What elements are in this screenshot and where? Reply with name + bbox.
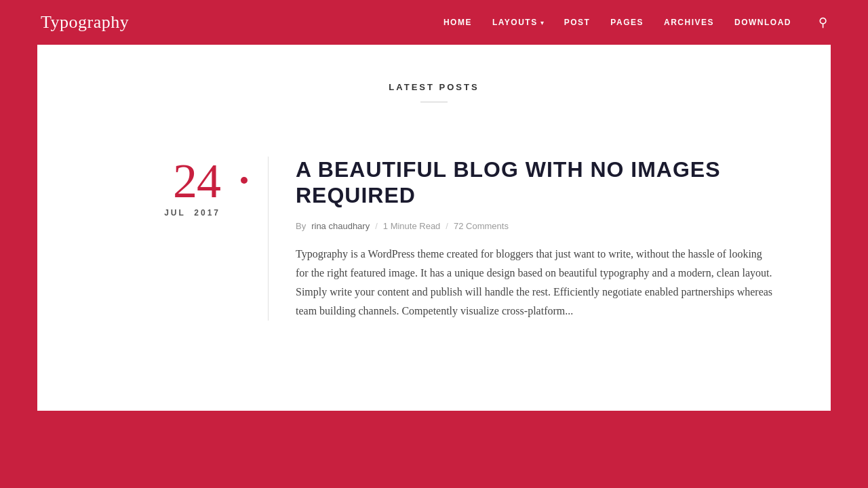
post-excerpt: Typography is a WordPress theme created … bbox=[296, 245, 776, 321]
section-divider bbox=[420, 102, 448, 102]
post-day: 24 bbox=[173, 157, 220, 205]
nav-post[interactable]: POST bbox=[564, 18, 591, 27]
post-divider-line bbox=[268, 157, 269, 321]
nav-download[interactable]: DOWNLOAD bbox=[734, 18, 791, 27]
meta-sep-2: / bbox=[446, 221, 448, 231]
post-by-label: By bbox=[296, 221, 306, 231]
site-logo[interactable]: Typography bbox=[41, 12, 129, 33]
meta-sep-1: / bbox=[375, 221, 378, 231]
main-nav: HOME LAYOUTS ▾ POST PAGES ARCHIVES DOWNL… bbox=[443, 15, 827, 30]
post-author[interactable]: rina chaudhary bbox=[311, 221, 370, 231]
main-content: LATEST POSTS 24 JUL 2017 A BEAUTIFUL BLO… bbox=[37, 45, 831, 411]
post-read-time: 1 Minute Read bbox=[383, 221, 441, 231]
nav-layouts[interactable]: LAYOUTS ▾ bbox=[492, 18, 544, 27]
post-month-year: JUL 2017 bbox=[164, 208, 220, 218]
nav-layouts-link[interactable]: LAYOUTS bbox=[492, 18, 538, 27]
nav-home[interactable]: HOME bbox=[443, 18, 472, 27]
section-title: LATEST POSTS bbox=[92, 82, 776, 92]
section-heading: LATEST POSTS bbox=[92, 45, 776, 123]
dot-separator-icon bbox=[241, 177, 248, 184]
post-entry: 24 JUL 2017 A BEAUTIFUL BLOG WITH NO IMA… bbox=[92, 157, 776, 321]
chevron-down-icon: ▾ bbox=[540, 19, 544, 26]
site-header: Typography HOME LAYOUTS ▾ POST PAGES ARC… bbox=[0, 0, 868, 45]
post-month: JUL bbox=[164, 208, 185, 218]
post-title[interactable]: A BEAUTIFUL BLOG WITH NO IMAGES REQUIRED bbox=[296, 157, 776, 209]
post-meta: By rina chaudhary / 1 Minute Read / 72 C… bbox=[296, 221, 776, 231]
search-icon[interactable]: ⚲ bbox=[818, 15, 827, 30]
post-comments[interactable]: 72 Comments bbox=[454, 221, 509, 231]
nav-pages[interactable]: PAGES bbox=[610, 18, 644, 27]
post-date-column: 24 JUL 2017 bbox=[92, 157, 241, 218]
post-year: 2017 bbox=[194, 208, 220, 218]
post-content: A BEAUTIFUL BLOG WITH NO IMAGES REQUIRED… bbox=[296, 157, 776, 321]
nav-archives[interactable]: ARCHIVES bbox=[664, 18, 714, 27]
